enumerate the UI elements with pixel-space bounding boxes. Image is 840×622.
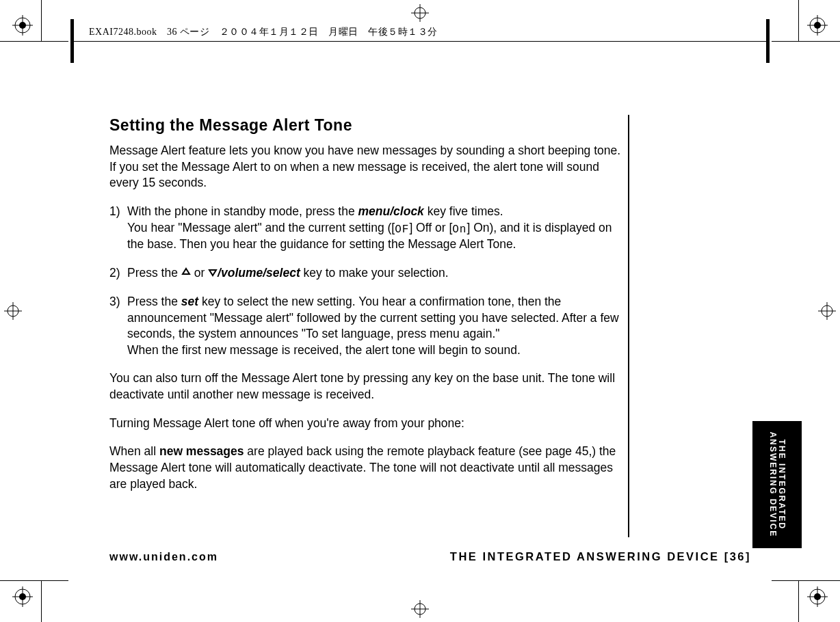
step-2: 2) Press the or /volume/select key to ma… [109, 265, 621, 282]
paragraph-away: Turning Message Alert tone off when you'… [109, 416, 621, 432]
crop-line [772, 41, 840, 42]
header-cap [766, 19, 770, 63]
crop-line [41, 0, 42, 41]
paragraph-turnoff: You can also turn off the Message Alert … [109, 370, 621, 403]
document-page: EXAI7248.book 36 ページ ２００４年１月１２日 月曜日 午後５時… [0, 0, 840, 622]
registration-mark-icon [807, 586, 828, 607]
footer-section: THE INTEGRATED ANSWERING DEVICE [36] [450, 550, 751, 563]
menu-clock-key: menu/clock [358, 204, 424, 218]
header-rule [74, 41, 766, 42]
registration-mark-icon [818, 302, 836, 320]
registration-mark-icon [411, 600, 429, 618]
crop-line [772, 580, 840, 581]
crop-line [798, 0, 799, 41]
segment-off-icon: OF [395, 223, 409, 238]
set-key: set [181, 295, 198, 308]
segment-on-icon: On [452, 223, 467, 238]
footer-url: www.uniden.com [109, 551, 218, 563]
thumb-tab: THE INTEGRATED ANSWERING DEVICE [752, 421, 802, 548]
registration-mark-icon [4, 302, 22, 320]
down-arrow-icon [208, 265, 218, 282]
step-3: 3) Press the set key to select the new s… [109, 294, 621, 359]
volume-select-key: /volume/select [218, 266, 300, 280]
crop-line [798, 581, 799, 622]
up-arrow-icon [181, 265, 191, 282]
registration-mark-icon [12, 15, 33, 36]
step-number: 2) [109, 265, 120, 282]
paragraph-remote: When all new messages are played back us… [109, 444, 621, 492]
new-messages-bold: new messages [159, 444, 244, 458]
step-number: 1) [109, 204, 120, 220]
registration-mark-icon [807, 15, 828, 36]
content-divider [628, 115, 629, 537]
registration-mark-icon [12, 586, 33, 607]
print-header: EXAI7248.book 36 ページ ２００４年１月１２日 月曜日 午後５時… [89, 26, 438, 38]
thumb-tab-label: THE INTEGRATED ANSWERING DEVICE [768, 432, 786, 538]
section-heading: Setting the Message Alert Tone [109, 115, 621, 136]
crop-line [0, 580, 68, 581]
step-1: 1) With the phone in standby mode, press… [109, 204, 621, 253]
registration-mark-icon [411, 4, 429, 22]
intro-paragraph: Message Alert feature lets you know you … [109, 143, 621, 191]
crop-line [0, 41, 68, 42]
body-text: Setting the Message Alert Tone Message A… [109, 115, 621, 504]
page-footer: www.uniden.com THE INTEGRATED ANSWERING … [109, 550, 751, 563]
crop-line [41, 581, 42, 622]
step-number: 3) [109, 294, 120, 310]
